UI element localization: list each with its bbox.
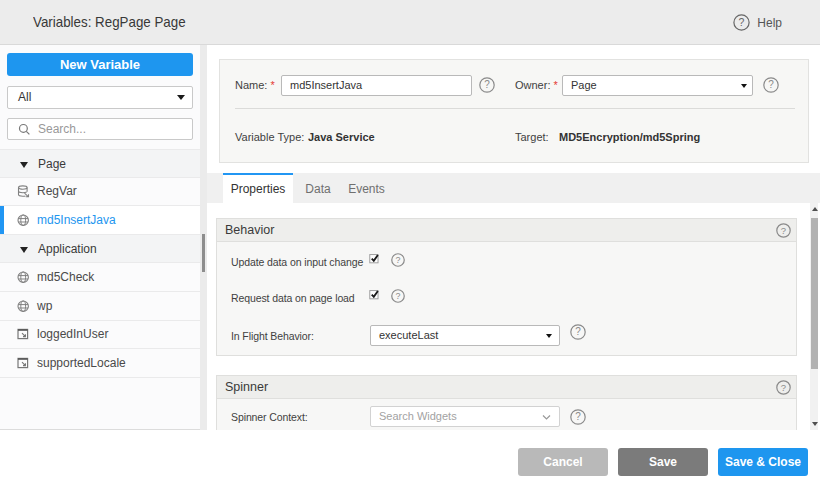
svg-text:?: ? <box>768 79 774 90</box>
svg-text:?: ? <box>781 225 786 236</box>
svg-text:?: ? <box>396 255 401 265</box>
svg-text:?: ? <box>396 291 401 301</box>
svg-text:?: ? <box>484 79 490 90</box>
svg-text:?: ? <box>575 411 581 422</box>
svg-text:?: ? <box>781 382 786 393</box>
svg-text:?: ? <box>739 16 745 28</box>
svg-text:?: ? <box>575 326 581 337</box>
